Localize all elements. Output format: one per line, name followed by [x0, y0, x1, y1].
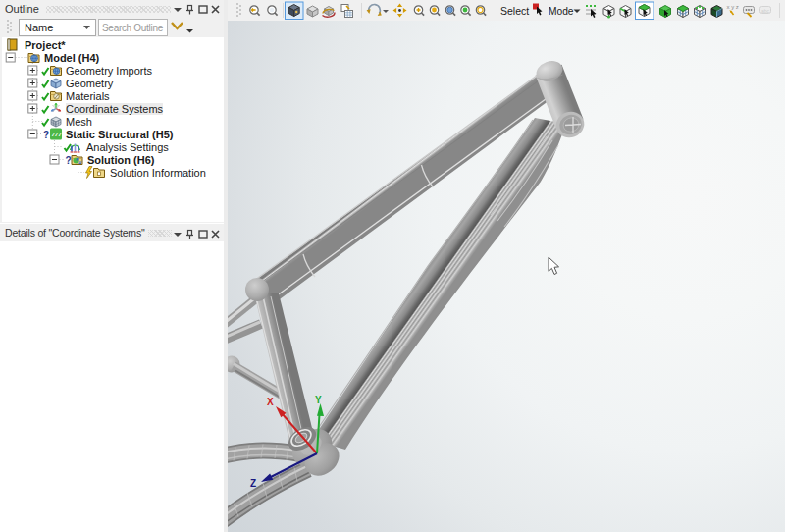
svg-text:777: 777: [52, 132, 63, 137]
svg-text:Z: Z: [250, 478, 256, 489]
svg-text:x y z: x y z: [727, 4, 739, 10]
svg-text:Y: Y: [315, 395, 322, 405]
svg-text:?: ?: [43, 130, 49, 140]
svg-text:Mode: Mode: [549, 6, 574, 17]
svg-text:Select: Select: [500, 5, 529, 17]
svg-text:X: X: [267, 397, 274, 407]
svg-text:?: ?: [66, 155, 72, 166]
svg-text:abc: abc: [761, 8, 770, 14]
